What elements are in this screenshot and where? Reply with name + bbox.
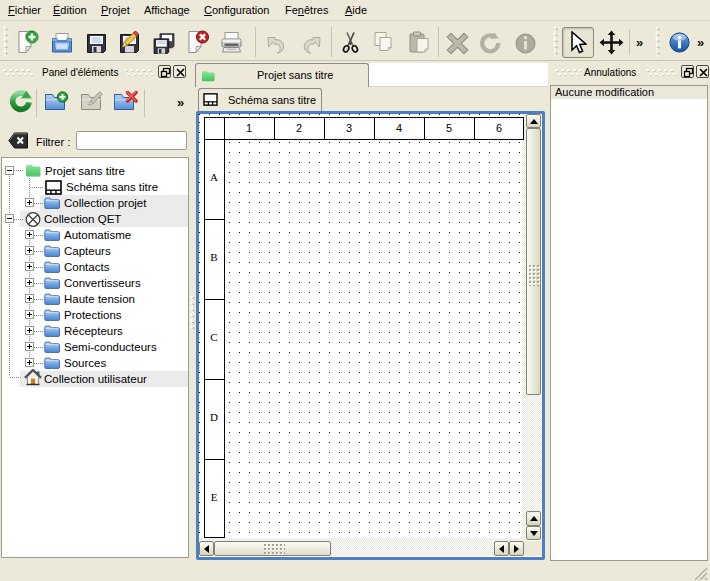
- svg-text:B: B: [210, 251, 217, 263]
- svg-text:2: 2: [296, 122, 302, 134]
- svg-text:3: 3: [346, 122, 352, 134]
- svg-text:5: 5: [446, 122, 452, 134]
- svg-text:A: A: [210, 171, 218, 183]
- svg-text:4: 4: [396, 122, 402, 134]
- svg-text:E: E: [211, 491, 218, 503]
- svg-text:C: C: [210, 331, 217, 343]
- svg-text:1: 1: [246, 122, 252, 134]
- svg-text:6: 6: [496, 122, 502, 134]
- svg-text:D: D: [210, 411, 218, 423]
